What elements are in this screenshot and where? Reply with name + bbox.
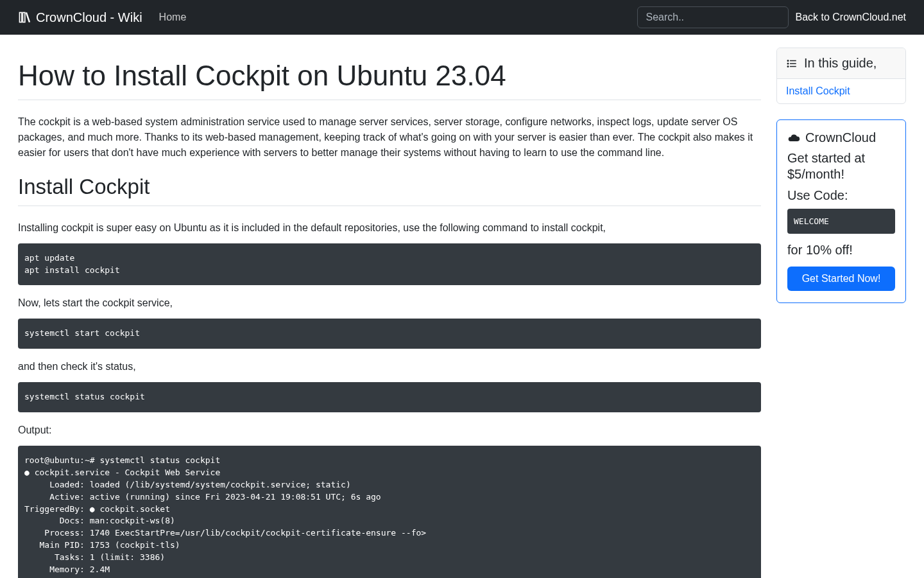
promo-title: CrownCloud xyxy=(787,130,895,145)
search-input[interactable] xyxy=(637,6,789,28)
nav-home[interactable]: Home xyxy=(155,6,191,28)
paragraph: Installing cockpit is super easy on Ubun… xyxy=(18,220,761,236)
intro-paragraph: The cockpit is a web-based system admini… xyxy=(18,114,761,161)
paragraph: Output: xyxy=(18,423,761,438)
code-block: systemctl status cockpit xyxy=(18,382,761,412)
promo-brand: CrownCloud xyxy=(805,130,876,145)
brand-text: CrownCloud - Wiki xyxy=(36,10,142,25)
books-icon xyxy=(18,11,31,24)
brand-link[interactable]: CrownCloud - Wiki xyxy=(18,10,142,25)
code-block: root@ubuntu:~# systemctl status cockpit … xyxy=(18,446,761,578)
promo-card: CrownCloud Get started at $5/month! Use … xyxy=(776,119,906,303)
toc-title: In this guide, xyxy=(804,56,877,71)
divider xyxy=(18,100,761,100)
divider xyxy=(18,206,761,206)
svg-point-7 xyxy=(787,60,789,61)
navbar: CrownCloud - Wiki Home Back to CrownClou… xyxy=(0,0,924,35)
back-link[interactable]: Back to CrownCloud.net xyxy=(795,12,906,23)
code-block: systemctl start cockpit xyxy=(18,319,761,349)
list-icon xyxy=(786,58,798,69)
main-content: How to Install Cockpit on Ubuntu 23.04 T… xyxy=(18,48,761,578)
toc-card: In this guide, Install Cockpit xyxy=(776,48,906,104)
sidebar: In this guide, Install Cockpit CrownClou… xyxy=(776,48,906,303)
svg-point-8 xyxy=(787,63,789,64)
code-block: apt update apt install cockpit xyxy=(18,243,761,286)
promo-tagline: Get started at $5/month! xyxy=(787,150,895,182)
svg-line-3 xyxy=(26,13,30,22)
page-title: How to Install Cockpit on Ubuntu 23.04 xyxy=(18,59,761,93)
svg-rect-0 xyxy=(20,13,22,22)
paragraph: and then check it's status, xyxy=(18,359,761,374)
toc-link-install-cockpit[interactable]: Install Cockpit xyxy=(777,79,905,103)
svg-rect-1 xyxy=(23,13,25,22)
paragraph: Now, lets start the cockpit service, xyxy=(18,295,761,311)
promo-use-code: Use Code: xyxy=(787,188,895,204)
toc-header: In this guide, xyxy=(777,48,905,79)
section-install-cockpit: Install Cockpit xyxy=(18,175,761,199)
cloud-icon xyxy=(787,132,800,144)
get-started-button[interactable]: Get Started Now! xyxy=(787,267,895,291)
svg-point-9 xyxy=(787,66,789,67)
promo-discount: for 10% off! xyxy=(787,243,895,258)
promo-code-value: WELCOME xyxy=(787,209,895,234)
